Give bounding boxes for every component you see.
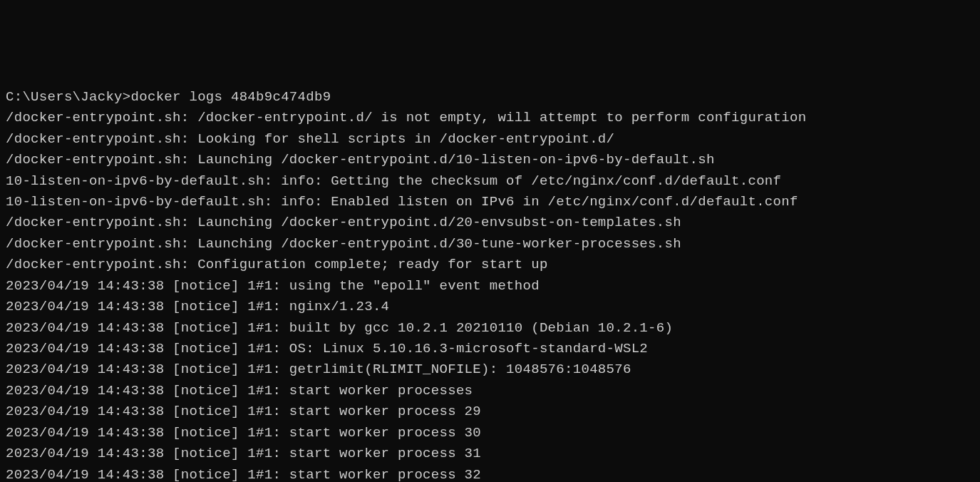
prompt: C:\Users\Jacky> (6, 89, 131, 105)
log-line: /docker-entrypoint.sh: Configuration com… (6, 255, 974, 275)
log-line: 10-listen-on-ipv6-by-default.sh: info: E… (6, 192, 974, 212)
log-line: 2023/04/19 14:43:38 [notice] 1#1: using … (6, 276, 974, 297)
command-text: docker logs 484b9c474db9 (131, 89, 331, 105)
log-line: /docker-entrypoint.sh: /docker-entrypoin… (6, 108, 974, 128)
command-line: C:\Users\Jacky>docker logs 484b9c474db9 (6, 87, 974, 108)
log-line: 2023/04/19 14:43:38 [notice] 1#1: getrli… (6, 359, 974, 380)
log-line: 2023/04/19 14:43:38 [notice] 1#1: built … (6, 318, 974, 339)
log-line: 2023/04/19 14:43:38 [notice] 1#1: nginx/… (6, 297, 974, 317)
log-line: 2023/04/19 14:43:38 [notice] 1#1: start … (6, 381, 974, 401)
log-line: 2023/04/19 14:43:38 [notice] 1#1: start … (6, 423, 974, 443)
log-line: 2023/04/19 14:43:38 [notice] 1#1: OS: Li… (6, 339, 974, 359)
log-line: /docker-entrypoint.sh: Launching /docker… (6, 234, 974, 255)
log-line: 2023/04/19 14:43:38 [notice] 1#1: start … (6, 465, 974, 482)
log-line: 2023/04/19 14:43:38 [notice] 1#1: start … (6, 443, 974, 464)
log-line: /docker-entrypoint.sh: Looking for shell… (6, 129, 974, 150)
terminal-output[interactable]: C:\Users\Jacky>docker logs 484b9c474db9/… (6, 87, 974, 482)
log-line: 2023/04/19 14:43:38 [notice] 1#1: start … (6, 401, 974, 422)
log-line: /docker-entrypoint.sh: Launching /docker… (6, 150, 974, 170)
log-line: 10-listen-on-ipv6-by-default.sh: info: G… (6, 171, 974, 192)
log-line: /docker-entrypoint.sh: Launching /docker… (6, 212, 974, 233)
